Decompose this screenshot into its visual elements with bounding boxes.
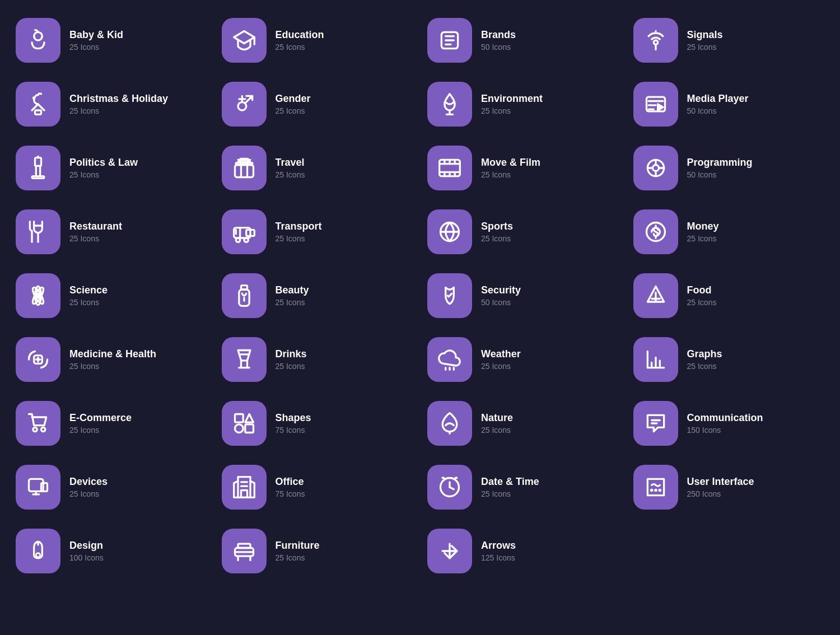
category-item-food[interactable]: Food25 Icons bbox=[629, 267, 829, 325]
category-item-beauty[interactable]: Beauty25 Icons bbox=[217, 267, 418, 325]
svg-point-77 bbox=[449, 486, 451, 488]
category-name-programming: Programming bbox=[687, 157, 753, 169]
category-name-nature: Nature bbox=[481, 412, 513, 424]
gender-icon-box bbox=[222, 82, 267, 127]
category-item-baby[interactable]: Baby & Kid25 Icons bbox=[11, 11, 212, 69]
svg-rect-75 bbox=[241, 491, 247, 498]
svg-point-66 bbox=[235, 424, 243, 433]
category-item-brands[interactable]: Brands50 Icons bbox=[423, 11, 623, 69]
category-count-politics: 25 Icons bbox=[69, 170, 138, 179]
category-item-devices[interactable]: Devices25 Icons bbox=[11, 458, 212, 516]
medicine-icon-box bbox=[16, 337, 60, 382]
category-count-signals: 25 Icons bbox=[687, 43, 723, 52]
category-item-weather[interactable]: Weather25 Icons bbox=[423, 330, 623, 389]
category-item-education[interactable]: Education25 Icons bbox=[217, 11, 418, 69]
category-item-furniture[interactable]: Furniture25 Icons bbox=[217, 522, 418, 580]
svg-point-62 bbox=[33, 427, 37, 431]
beauty-icon-box bbox=[222, 273, 267, 318]
svg-point-81 bbox=[36, 553, 40, 557]
category-count-environment: 25 Icons bbox=[481, 106, 543, 115]
category-item-design[interactable]: Design100 Icons bbox=[11, 522, 212, 580]
category-item-graphs[interactable]: Graphs25 Icons bbox=[629, 330, 829, 389]
category-item-restaurant[interactable]: Restaurant25 Icons bbox=[11, 203, 212, 261]
category-count-programming: 50 Icons bbox=[687, 170, 753, 179]
category-item-arrows[interactable]: Arrows125 Icons bbox=[423, 522, 623, 580]
sports-icon-box bbox=[427, 209, 472, 254]
category-item-ecommerce[interactable]: E-Commerce25 Icons bbox=[11, 394, 212, 452]
mediaplayer-icon-box bbox=[633, 82, 678, 127]
category-item-shapes[interactable]: Shapes75 Icons bbox=[217, 394, 418, 452]
nature-icon-box bbox=[427, 401, 472, 446]
category-count-security: 50 Icons bbox=[481, 298, 521, 307]
category-count-drinks: 25 Icons bbox=[276, 362, 307, 371]
category-item-nature[interactable]: Nature25 Icons bbox=[423, 394, 623, 452]
category-count-beauty: 25 Icons bbox=[276, 298, 309, 307]
category-count-ui: 250 Icons bbox=[687, 489, 754, 498]
category-name-gender: Gender bbox=[276, 93, 311, 105]
category-item-security[interactable]: Security50 Icons bbox=[423, 267, 623, 325]
category-item-money[interactable]: Money25 Icons bbox=[629, 203, 829, 261]
category-item-mediaplayer[interactable]: Media Player50 Icons bbox=[629, 75, 829, 133]
security-icon-box bbox=[427, 273, 472, 318]
graphs-icon-box bbox=[633, 337, 678, 382]
svg-point-36 bbox=[244, 238, 248, 242]
category-name-shapes: Shapes bbox=[276, 412, 311, 424]
programming-icon-box bbox=[633, 146, 678, 190]
svg-rect-13 bbox=[32, 176, 44, 179]
category-item-programming[interactable]: Programming50 Icons bbox=[629, 139, 829, 197]
category-count-medicine: 25 Icons bbox=[69, 362, 156, 371]
category-item-office[interactable]: Office75 Icons bbox=[217, 458, 418, 516]
category-item-politics[interactable]: Politics & Law25 Icons bbox=[11, 139, 212, 197]
category-name-brands: Brands bbox=[481, 29, 516, 41]
category-count-education: 25 Icons bbox=[276, 43, 324, 52]
category-name-security: Security bbox=[481, 284, 521, 297]
category-item-transport[interactable]: Transport25 Icons bbox=[217, 203, 418, 261]
category-item-environment[interactable]: Environment25 Icons bbox=[423, 75, 623, 133]
svg-rect-84 bbox=[238, 544, 250, 548]
category-item-film[interactable]: Move & Film25 Icons bbox=[423, 139, 623, 197]
category-item-signals[interactable]: Signals25 Icons bbox=[629, 11, 829, 69]
category-name-communication: Communication bbox=[687, 412, 763, 424]
svg-point-2 bbox=[41, 37, 42, 38]
category-name-medicine: Medicine & Health bbox=[69, 348, 156, 361]
category-name-graphs: Graphs bbox=[687, 348, 722, 361]
category-count-ecommerce: 25 Icons bbox=[69, 426, 132, 435]
brands-icon-box bbox=[427, 18, 472, 63]
furniture-icon-box bbox=[222, 529, 267, 573]
category-count-office: 75 Icons bbox=[276, 489, 305, 498]
travel-icon-box bbox=[222, 146, 267, 190]
category-item-datetime[interactable]: Date & Time25 Icons bbox=[423, 458, 623, 516]
category-item-science[interactable]: Science25 Icons bbox=[11, 267, 212, 325]
svg-point-63 bbox=[41, 427, 45, 431]
category-item-communication[interactable]: Communication150 Icons bbox=[629, 394, 829, 452]
category-name-devices: Devices bbox=[69, 476, 108, 488]
category-count-datetime: 25 Icons bbox=[481, 489, 539, 498]
signals-icon-box bbox=[633, 18, 678, 63]
svg-point-5 bbox=[32, 96, 35, 100]
category-item-sports[interactable]: Sports25 Icons bbox=[423, 203, 623, 261]
category-count-film: 25 Icons bbox=[481, 170, 540, 179]
arrows-icon-box bbox=[427, 529, 472, 573]
category-count-nature: 25 Icons bbox=[481, 426, 513, 435]
category-name-education: Education bbox=[276, 29, 324, 41]
category-item-medicine[interactable]: Medicine & Health25 Icons bbox=[11, 330, 212, 389]
devices-icon-box bbox=[16, 465, 60, 510]
category-count-transport: 25 Icons bbox=[276, 234, 322, 243]
ui-icon-box bbox=[633, 465, 678, 510]
category-item-travel[interactable]: Travel25 Icons bbox=[217, 139, 418, 197]
category-name-money: Money bbox=[687, 221, 719, 233]
category-item-ui[interactable]: User Interface250 Icons bbox=[629, 458, 829, 516]
category-item-drinks[interactable]: Drinks25 Icons bbox=[217, 330, 418, 389]
category-item-christmas[interactable]: Christmas & Holiday25 Icons bbox=[11, 75, 212, 133]
restaurant-icon-box bbox=[16, 209, 60, 254]
category-count-gender: 25 Icons bbox=[276, 106, 311, 115]
datetime-icon-box bbox=[427, 465, 472, 510]
office-icon-box bbox=[222, 465, 267, 510]
category-item-gender[interactable]: Gender25 Icons bbox=[217, 75, 418, 133]
svg-point-0 bbox=[34, 32, 43, 40]
category-name-transport: Transport bbox=[276, 221, 322, 233]
category-count-communication: 150 Icons bbox=[687, 426, 763, 435]
christmas-icon-box bbox=[16, 82, 60, 127]
politics-icon-box bbox=[16, 146, 60, 190]
category-name-travel: Travel bbox=[276, 157, 305, 169]
